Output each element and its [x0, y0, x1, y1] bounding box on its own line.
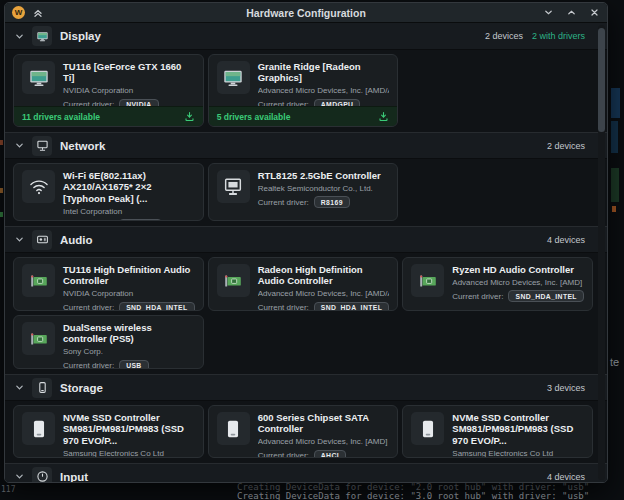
section-title: Display [60, 30, 101, 42]
section-header-audio[interactable]: Audio 4 devices [5, 226, 607, 253]
chevron-up-icon [567, 8, 576, 17]
background-artifact [611, 121, 618, 153]
current-driver-label: Current driver: [63, 303, 114, 311]
drivers-available-bar[interactable]: 11 drivers available [14, 106, 203, 126]
ssd-icon [22, 412, 55, 445]
chevron-down-icon [15, 472, 24, 481]
sound-card-icon [32, 230, 52, 250]
background-artifact [611, 88, 620, 118]
devices-count: 4 devices [547, 472, 585, 482]
section-title: Input [60, 471, 88, 483]
devices-count: 3 devices [547, 383, 585, 393]
device-card-nvme-1[interactable]: NVMe SSD Controller SM981/PM981/PM983 (S… [13, 405, 204, 458]
close-icon [590, 8, 599, 17]
section-header-network[interactable]: Network 2 devices [5, 132, 607, 159]
device-title: NVMe SSD Controller SM981/PM981/PM983 (S… [452, 412, 584, 446]
network-computer-icon [32, 136, 52, 156]
device-vendor: Intel Corporation [63, 207, 195, 216]
section-storage: Storage 3 devices NVMe SSD Controller SM… [5, 374, 607, 463]
window-title: Hardware Configuration [5, 7, 607, 19]
titlebar[interactable]: W Hardware Configuration [5, 3, 607, 23]
mouse-icon [32, 467, 52, 483]
ssd-icon [411, 412, 444, 445]
current-driver-label: Current driver: [63, 361, 114, 369]
chevron-down-icon [15, 383, 24, 392]
device-card-ryzen-audio[interactable]: Ryzen HD Audio Controller Advanced Micro… [402, 257, 593, 311]
sound-card-icon [217, 264, 250, 297]
section-network: Network 2 devices Wi-Fi 6E(802.11ax) AX2… [5, 132, 607, 226]
minimize-button[interactable] [542, 6, 554, 20]
monitor-icon [32, 26, 52, 46]
device-title: Radeon High Definition Audio Controller [258, 264, 390, 287]
section-display: Display 2 devices 2 with drivers TU116 [… [5, 23, 607, 132]
terminal-fragment: 117 [1, 485, 15, 494]
gpu-monitor-icon [22, 61, 55, 94]
maximize-button[interactable] [565, 6, 577, 20]
device-card-nvme-2[interactable]: NVMe SSD Controller SM981/PM981/PM983 (S… [402, 405, 593, 458]
current-driver-label: Current driver: [452, 292, 503, 301]
driver-badge: USB [119, 360, 149, 369]
devices-count: 2 devices [485, 31, 523, 41]
device-card-radeon-graphics[interactable]: Granite Ridge [Radeon Graphics] Advanced… [208, 54, 399, 127]
device-vendor: Realtek Semiconductor Co., Ltd. [258, 184, 390, 193]
device-vendor: Samsung Electronics Co Ltd [452, 449, 584, 458]
sound-card-icon [22, 264, 55, 297]
shade-window-button[interactable] [32, 6, 44, 20]
device-card-sata[interactable]: 600 Series Chipset SATA Controller Advan… [208, 405, 399, 458]
drivers-available-bar[interactable]: 5 drivers available [209, 106, 398, 126]
section-title: Audio [60, 234, 93, 246]
editor-text-fragment: te [610, 356, 619, 368]
driver-badge: R8169 [314, 196, 350, 208]
section-header-display[interactable]: Display 2 devices 2 with drivers [5, 23, 607, 50]
scrollbar-track[interactable] [598, 25, 605, 480]
current-driver-label: Current driver: [258, 303, 309, 311]
drive-icon [32, 378, 52, 398]
section-title: Network [60, 140, 105, 152]
device-title: TU116 [GeForce GTX 1660 Ti] [63, 61, 195, 84]
device-title: Ryzen HD Audio Controller [452, 264, 584, 275]
ethernet-icon [217, 170, 250, 203]
section-audio: Audio 4 devices TU116 High Definition Au… [5, 226, 607, 374]
driver-badge: IWLWIFI [119, 219, 162, 221]
device-title: DualSense wireless controller (PS5) [63, 322, 195, 345]
device-vendor: Sony Corp. [63, 347, 195, 356]
devices-count: 4 devices [547, 235, 585, 245]
chevron-down-icon [15, 235, 24, 244]
current-driver-label: Current driver: [258, 198, 309, 207]
device-vendor: NVIDIA Corporation [63, 86, 195, 95]
device-title: NVMe SSD Controller SM981/PM981/PM983 (S… [63, 412, 195, 446]
driver-badge: AHCI [314, 450, 346, 458]
device-title: Wi-Fi 6E(802.11ax) AX210/AX1675* 2×2 [Ty… [63, 170, 195, 204]
section-title: Storage [60, 382, 103, 394]
section-header-input[interactable]: Input 4 devices [5, 463, 607, 482]
background-artifact [0, 212, 3, 217]
background-artifact [612, 206, 616, 212]
device-card-dualsense[interactable]: DualSense wireless controller (PS5) Sony… [13, 315, 204, 369]
device-card-radeon-audio[interactable]: Radeon High Definition Audio Controller … [208, 257, 399, 311]
device-card-gtx1660ti[interactable]: TU116 [GeForce GTX 1660 Ti] NVIDIA Corpo… [13, 54, 204, 127]
chevron-down-icon [15, 32, 24, 41]
chevron-down-icon [544, 8, 553, 17]
scrollbar-thumb[interactable] [598, 28, 605, 132]
device-list: Display 2 devices 2 with drivers TU116 [… [5, 23, 607, 482]
background-artifact [611, 168, 619, 202]
section-header-storage[interactable]: Storage 3 devices [5, 374, 607, 401]
close-button[interactable] [588, 6, 600, 20]
download-icon[interactable] [378, 111, 389, 122]
driver-badge: SND_HDA_INTEL [314, 302, 389, 311]
device-title: Granite Ridge [Radeon Graphics] [258, 61, 390, 84]
device-card-tu116-audio[interactable]: TU116 High Definition Audio Controller N… [13, 257, 204, 311]
device-vendor: NVIDIA Corporation [63, 289, 195, 298]
device-card-ethernet[interactable]: RTL8125 2.5GbE Controller Realtek Semico… [208, 163, 399, 221]
device-title: RTL8125 2.5GbE Controller [258, 170, 390, 181]
device-title: TU116 High Definition Audio Controller [63, 264, 195, 287]
app-icon[interactable]: W [12, 6, 25, 19]
device-card-wifi[interactable]: Wi-Fi 6E(802.11ax) AX210/AX1675* 2×2 [Ty… [13, 163, 204, 221]
device-vendor: Advanced Micro Devices, Inc. [AMD/ATI] [258, 86, 390, 95]
device-vendor: Samsung Electronics Co Ltd [63, 449, 195, 458]
driver-badge: SND_HDA_INTEL [508, 290, 583, 302]
devices-count: 2 devices [547, 141, 585, 151]
drivers-available-label: 11 drivers available [22, 112, 100, 122]
gpu-monitor-icon [217, 61, 250, 94]
download-icon[interactable] [184, 111, 195, 122]
